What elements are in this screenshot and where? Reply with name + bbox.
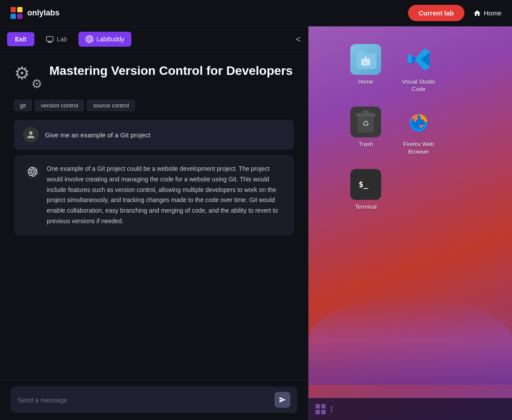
taskbar-sq-4 (321, 410, 326, 414)
tab-bar: Exit Lab LabBuddy < (0, 26, 308, 52)
home-label: Home (484, 9, 501, 17)
user-icon (26, 130, 35, 139)
left-panel: Exit Lab LabBuddy < (0, 26, 308, 420)
desktop-icon-terminal-label: Terminal (355, 203, 376, 211)
user-avatar (23, 127, 39, 143)
logo-icon (11, 7, 23, 19)
home-icon (473, 9, 481, 17)
svg-rect-4 (362, 111, 369, 113)
monitor-icon (46, 35, 54, 43)
desktop-icon-firefox[interactable]: Firefox Web Browser (397, 107, 441, 156)
taskbar-sq-1 (315, 404, 320, 409)
taskbar-dot-3 (331, 411, 332, 412)
topnav-right: Current lab Home (408, 5, 501, 21)
send-button[interactable] (275, 392, 290, 408)
user-message-text: Give me an example of a Git project (45, 131, 150, 139)
right-panel: ⌂ Home Visual Studio (308, 26, 512, 420)
logo-text: onlylabs (27, 8, 59, 18)
tag-version-control: version control (35, 100, 84, 111)
home-folder-icon: ⌂ (350, 44, 381, 75)
ai-message: One example of a Git project could be a … (14, 155, 294, 236)
terminal-svg: $_ (352, 171, 379, 198)
logo-sq-blue (11, 14, 16, 19)
topnav: onlylabs Current lab Home (0, 0, 512, 26)
logo-sq-yellow (17, 7, 22, 12)
send-icon (279, 396, 286, 403)
trash-svg: ♻ (354, 110, 377, 134)
tab-lab[interactable]: Lab (39, 32, 74, 47)
logo-sq-purple (17, 14, 22, 19)
ai-avatar-icon (28, 167, 37, 177)
collapse-button[interactable]: < (296, 34, 301, 44)
logo-sq-red (11, 7, 16, 12)
tab-labbuddy-label: LabBuddy (96, 36, 124, 43)
svg-text:$_: $_ (359, 180, 368, 189)
firefox-svg (405, 109, 432, 135)
desktop-icons: ⌂ Home Visual Studio (335, 35, 449, 219)
tags-container: git version control source control (14, 100, 294, 111)
home-link[interactable]: Home (473, 9, 501, 17)
firefox-icon (403, 107, 434, 137)
gear-small-icon: ⚙ (31, 77, 42, 91)
taskbar-grid[interactable] (315, 404, 326, 414)
message-input-area (0, 379, 308, 420)
exit-button[interactable]: Exit (7, 32, 34, 46)
openai-icon (85, 35, 93, 43)
desktop-icon-terminal[interactable]: $_ Terminal (344, 169, 388, 211)
wave-decoration (308, 297, 512, 385)
taskbar (308, 398, 512, 420)
svg-text:⌂: ⌂ (364, 60, 367, 65)
trash-icon: ♻ (350, 107, 381, 137)
chat-area: Give me an example of a Git project One … (14, 120, 294, 368)
svg-text:♻: ♻ (362, 119, 369, 128)
svg-rect-3 (356, 113, 375, 117)
logo-area: onlylabs (11, 7, 59, 19)
message-input[interactable] (18, 396, 270, 404)
taskbar-dots (331, 406, 332, 412)
taskbar-dot-1 (331, 406, 332, 408)
vscode-svg (405, 46, 432, 73)
tab-labbuddy[interactable]: LabBuddy (78, 32, 131, 47)
current-lab-button[interactable]: Current lab (408, 5, 464, 21)
desktop-icon-home-label: Home (358, 78, 374, 86)
taskbar-sq-3 (315, 410, 320, 414)
tag-git: git (14, 100, 32, 111)
desktop-icon-trash-label: Trash (359, 141, 373, 148)
gear-big-icon: ⚙ (14, 63, 30, 83)
desktop-icon-firefox-label: Firefox Web Browser (397, 141, 441, 156)
tab-lab-label: Lab (57, 36, 67, 43)
ai-message-text: One example of a Git project could be a … (47, 164, 283, 227)
taskbar-sq-2 (321, 404, 326, 409)
lab-title: Mastering Version Control for Developers (49, 63, 293, 79)
desktop-background: ⌂ Home Visual Studio (308, 26, 512, 420)
lab-header: ⚙ ⚙ Mastering Version Control for Develo… (14, 63, 294, 91)
user-message: Give me an example of a Git project (14, 120, 294, 150)
lab-content: ⚙ ⚙ Mastering Version Control for Develo… (0, 52, 308, 379)
ai-avatar (25, 164, 41, 180)
message-input-wrapper (11, 387, 297, 413)
tag-source-control: source control (87, 100, 135, 111)
desktop-icon-vscode-label: Visual Studio Code (397, 78, 441, 93)
desktop-icon-trash[interactable]: ♻ Trash (344, 107, 388, 156)
desktop-icon-home[interactable]: ⌂ Home (344, 44, 388, 93)
gear-icon-group: ⚙ ⚙ (14, 63, 42, 91)
taskbar-dot-2 (331, 409, 332, 410)
terminal-icon: $_ (350, 169, 381, 200)
vscode-icon (403, 44, 434, 75)
main-layout: Exit Lab LabBuddy < (0, 26, 512, 420)
desktop-icon-vscode[interactable]: Visual Studio Code (397, 44, 441, 93)
folder-svg: ⌂ (354, 49, 377, 70)
